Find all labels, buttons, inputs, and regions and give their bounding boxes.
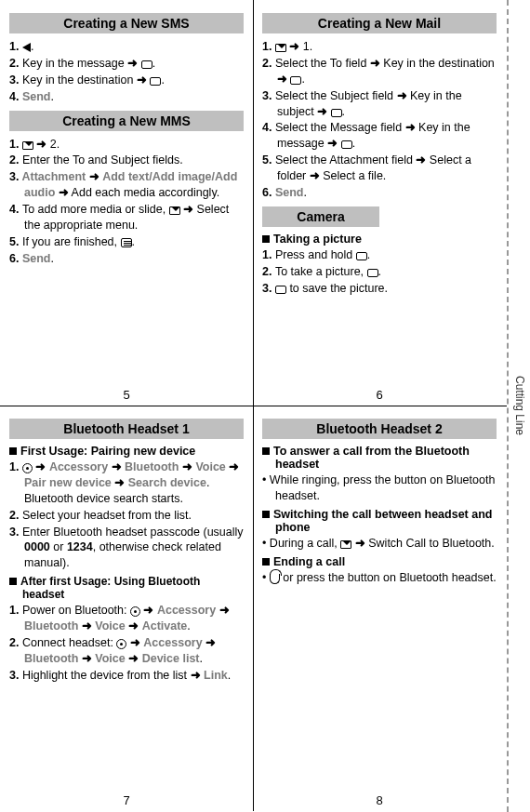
strong-text: 1234 bbox=[67, 540, 93, 553]
step-number: 1. bbox=[262, 40, 275, 53]
section-header-mail: Creating a New Mail bbox=[262, 13, 497, 33]
cutting-line-label: Cutting Line bbox=[513, 376, 526, 435]
step-item: 2. Enter the To and Subject fields. bbox=[9, 153, 244, 168]
square-bullet-icon bbox=[262, 235, 270, 243]
step-item: 1. Press and hold . bbox=[262, 247, 497, 263]
arrow-icon: ➜ bbox=[128, 619, 139, 632]
arrow-icon: ➜ bbox=[36, 138, 46, 151]
arrow-icon: ➜ bbox=[416, 153, 426, 166]
step-number: 3. bbox=[262, 89, 275, 102]
bt1-sub1: First Usage: Pairing new device bbox=[9, 445, 244, 458]
tri-icon bbox=[22, 43, 31, 52]
arrow-icon: ➜ bbox=[277, 73, 287, 86]
step-item: 5. Select the Attachment field ➜ Select … bbox=[262, 153, 497, 184]
step-item: 3. Key in the destination ➜ . bbox=[9, 73, 244, 88]
menu-path-text: Send bbox=[275, 186, 304, 199]
step-item: 4. Send. bbox=[9, 89, 244, 105]
arrow-icon: ➜ bbox=[137, 73, 147, 87]
mask-icon bbox=[290, 76, 301, 85]
step-number: 2. bbox=[9, 509, 22, 522]
msg-icon bbox=[169, 206, 180, 215]
step-number: 1. bbox=[262, 248, 275, 261]
step-item: 2. Select the To field ➜ Key in the dest… bbox=[262, 56, 497, 87]
square-bullet-icon bbox=[262, 511, 270, 518]
arrow-icon: ➜ bbox=[310, 169, 320, 182]
msg-icon bbox=[22, 141, 33, 150]
section-header-mms: Creating a New MMS bbox=[9, 111, 244, 131]
step-number: 5. bbox=[9, 235, 22, 248]
square-bullet-icon bbox=[9, 578, 17, 585]
step-item: 3. Highlight the device from the list ➜ … bbox=[9, 668, 244, 684]
bt2-sub1: To answer a call from the Bluetooth head… bbox=[262, 445, 497, 471]
step-number: 1. bbox=[9, 460, 22, 473]
round-icon bbox=[116, 639, 126, 649]
bt2-bullets3: • or press the button on Bluetooth heads… bbox=[262, 570, 497, 586]
cutting-line: Cutting Line bbox=[507, 0, 530, 812]
arrow-icon: ➜ bbox=[82, 652, 92, 665]
step-item: 6. Send. bbox=[9, 251, 244, 267]
step-item: 1. . bbox=[9, 39, 244, 55]
menu-path-text: Voice bbox=[195, 460, 225, 473]
arrow-icon: ➜ bbox=[370, 57, 380, 70]
step-item: 2. Connect headset: ➜ Accessory ➜ Blueto… bbox=[9, 635, 244, 667]
menu-path-text: Voice bbox=[95, 652, 125, 665]
menu-path-text: Activate bbox=[142, 619, 188, 632]
bt2-sub2: Switching the call between headset and p… bbox=[262, 508, 497, 534]
arrow-icon: ➜ bbox=[229, 460, 239, 473]
step-item: 1. ➜ 2. bbox=[9, 137, 244, 153]
arrow-icon: ➜ bbox=[355, 537, 365, 550]
mask-icon bbox=[367, 269, 378, 277]
msg-icon bbox=[275, 44, 286, 52]
mail-steps: 1. ➜ 1.2. Select the To field ➜ Key in t… bbox=[262, 39, 497, 201]
menu-path-text: Search device bbox=[128, 476, 206, 489]
menu-path-text: Attachment bbox=[21, 170, 86, 183]
step-number: 3. bbox=[9, 170, 21, 183]
square-bullet-icon bbox=[9, 447, 17, 455]
bullet-item: • During a call, ➜ Switch Call to Blueto… bbox=[262, 536, 497, 552]
arrow-icon: ➜ bbox=[327, 137, 338, 150]
step-item: 2. To take a picture, . bbox=[262, 264, 497, 280]
menu-path-text: Accessory bbox=[49, 460, 108, 473]
step-number: 6. bbox=[9, 252, 22, 265]
step-number: 3. bbox=[9, 669, 22, 682]
strong-text: 0000 bbox=[24, 540, 50, 553]
menu-path-text: Bluetooth bbox=[125, 460, 179, 473]
arrow-icon: ➜ bbox=[205, 636, 216, 649]
menu-path-text: Send bbox=[22, 90, 51, 103]
step-number: 1. bbox=[9, 604, 22, 617]
step-number: 3. bbox=[9, 526, 22, 539]
arrow-icon: ➜ bbox=[182, 460, 192, 473]
step-number: 2. bbox=[262, 265, 275, 278]
page-number: 8 bbox=[376, 793, 382, 807]
mask-icon bbox=[331, 109, 342, 117]
menu-icon bbox=[121, 238, 132, 247]
step-item: 1. Power on Bluetooth: ➜ Accessory ➜ Blu… bbox=[9, 603, 244, 634]
section-header-sms: Creating a New SMS bbox=[9, 13, 244, 33]
step-item: 4. Select the Message field ➜ Key in the… bbox=[262, 120, 497, 152]
step-number: 4. bbox=[9, 90, 22, 103]
section-header-bt1: Bluetooth Headset 1 bbox=[9, 419, 244, 439]
mask-icon bbox=[150, 77, 161, 86]
bullet-item: • While ringing, press the button on Blu… bbox=[262, 473, 497, 504]
arrow-icon: ➜ bbox=[112, 460, 122, 473]
step-number: 2. bbox=[9, 636, 22, 649]
section-header-camera: Camera bbox=[262, 206, 379, 227]
step-number: 1. bbox=[9, 138, 22, 151]
round-icon bbox=[130, 606, 140, 617]
arrow-icon: ➜ bbox=[127, 57, 138, 70]
menu-path-text: Pair new device bbox=[24, 476, 112, 489]
arrow-icon: ➜ bbox=[183, 203, 193, 216]
round-icon bbox=[22, 463, 33, 473]
step-item: 2. Key in the message ➜ . bbox=[9, 56, 244, 72]
menu-path-text: Send bbox=[22, 252, 51, 265]
step-number: 4. bbox=[9, 203, 22, 216]
camera-subheading: Taking a picture bbox=[262, 233, 497, 246]
arrow-icon: ➜ bbox=[114, 476, 125, 489]
bt2-sub3: Ending a call bbox=[262, 555, 497, 568]
mask-icon bbox=[141, 60, 152, 69]
panel-8: Bluetooth Headset 2 To answer a call fro… bbox=[253, 406, 506, 811]
panel-6: Creating a New Mail 1. ➜ 1.2. Select the… bbox=[253, 0, 506, 406]
arrow-icon: ➜ bbox=[191, 669, 201, 682]
arrow-icon: ➜ bbox=[130, 636, 140, 649]
step-item: 1. ➜ Accessory ➜ Bluetooth ➜ Voice ➜ Pai… bbox=[9, 459, 244, 507]
